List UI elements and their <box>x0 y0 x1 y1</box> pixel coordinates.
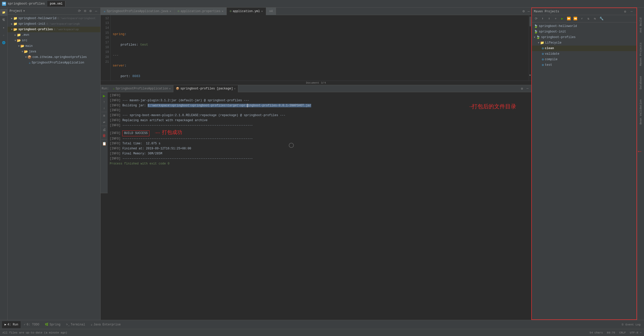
tab-springboot-app[interactable]: ☕ SpringbootProfilesApplication.java ✕ <box>101 8 175 15</box>
maven-run6-icon[interactable]: ⇆ <box>592 16 598 21</box>
run-down-btn[interactable]: ↓ <box>101 105 107 111</box>
scrollbar-thumb <box>530 16 531 26</box>
status-bar: All files are up-to-date (a minute ago) … <box>0 329 644 336</box>
tree-item-profiles[interactable]: ▼ 📂 springboot-profiles E:\workspace\sp <box>8 27 100 32</box>
run-line: [INFO] --- spring-boot-maven-plugin:2.1.… <box>110 113 529 118</box>
maven-item-validate[interactable]: ⚙ validate <box>532 51 636 57</box>
maven-item-clean[interactable]: ⚙ clean <box>532 46 636 51</box>
sidebar-web-icon[interactable]: 🌐 <box>0 39 7 46</box>
maven-run4-icon[interactable]: ⚡ <box>579 16 585 21</box>
tab-overflow[interactable]: ≡4 <box>266 8 276 15</box>
code-content[interactable]: spring: profiles: test --- server: port:… <box>111 15 531 81</box>
project-header-left: Project ▼ <box>10 9 25 13</box>
maven-run2-icon[interactable]: ⏩ <box>566 16 572 21</box>
run-console[interactable]: [INFO] [INFO] --- maven-jar-plugin:3.1.2… <box>108 92 531 167</box>
status-bar-right: 54 chars 89:76 CRLF UTF-8 ÷ <box>590 331 641 334</box>
run-play-btn[interactable]: ▶ <box>101 93 107 99</box>
sync-icon[interactable]: ⟳ <box>77 9 82 13</box>
maven-run5-icon[interactable]: ⇅ <box>586 16 591 21</box>
sidebar-favorites1-icon[interactable]: ★ <box>0 24 7 31</box>
editor-scrollbar[interactable]: ▼ <box>529 15 531 81</box>
run-settings-icon[interactable]: ⚙ <box>519 86 525 91</box>
maven-panel: Maven Projects ⚙ — ⟳ ⬇ ⬇ + ▶ ⏩ ⏪ ⚡ ⇅ ⇆ 🔧 <box>531 8 637 320</box>
editor-settings-icon[interactable]: ⚙ <box>521 9 526 13</box>
sidebar-label-antbuild[interactable]: Ant Build <box>639 18 642 32</box>
lifecycle-phase-icon: ⚙ <box>542 52 544 56</box>
tree-item-main[interactable]: ▼ 📂 main <box>8 43 100 49</box>
maven-download-icon[interactable]: ⬇ <box>546 16 552 21</box>
sidebar-label-bean[interactable]: Bean Validation <box>639 99 642 124</box>
tree-item-helloworld[interactable]: ▶ 📁 springboot-helloworld E:\workspace\s… <box>8 16 100 21</box>
tab-close-icon[interactable]: ✕ <box>222 10 223 13</box>
line-num: 19 <box>101 50 109 55</box>
run-lines2-btn[interactable]: ⇌ <box>101 119 107 125</box>
tab-app-properties[interactable]: ⚙ application.properties ✕ <box>175 8 227 15</box>
editor-close-icon[interactable]: — <box>526 9 531 13</box>
run-tab-package[interactable]: 📦 springboot-profiles [package] ✕ <box>173 85 238 92</box>
run-minimize-icon[interactable]: — <box>525 86 530 91</box>
settings-icon[interactable]: ⚙ <box>88 9 93 13</box>
maven-add-icon[interactable]: + <box>553 16 558 21</box>
maven-project-icon: 🍃 <box>536 35 540 39</box>
bottom-tab-label: Terminal <box>71 323 85 326</box>
bottom-event-log[interactable]: ① Event Log <box>620 323 642 326</box>
maven-run-icon[interactable]: ▶ <box>559 16 565 21</box>
maven-item-lifecycle[interactable]: ▼ 📁 Lifecycle <box>532 40 636 46</box>
close-panel-icon[interactable]: — <box>94 9 98 13</box>
tree-item-init[interactable]: ▶ 📁 springboot-init E:\workspace\springb <box>8 21 100 27</box>
sidebar-project-icon[interactable]: 📁 <box>0 9 7 16</box>
sidebar-label-maven[interactable]: Maven Projects <box>639 43 642 66</box>
tree-item-mvn[interactable]: ▶ 📁 .mvn <box>8 32 100 38</box>
maven-run3-icon[interactable]: ⏪ <box>573 16 578 21</box>
sidebar-favorites2-icon[interactable]: ☆ <box>0 31 7 39</box>
maven-item-profiles[interactable]: ▼ 🍃 springboot-profiles <box>532 35 636 40</box>
sidebar-structure-icon[interactable]: 🏗 <box>0 16 7 23</box>
tree-label: springboot-init <box>18 22 46 26</box>
tree-item-package[interactable]: ▼ 📦 com.itheima.springbootprofiles <box>8 54 100 60</box>
tree-item-src[interactable]: ▼ 📂 src <box>8 38 100 43</box>
maven-item-label: clean <box>545 47 554 50</box>
maven-settings-icon[interactable]: ⚙ <box>622 9 628 14</box>
scroll-down-btn[interactable]: ▼ <box>529 74 531 77</box>
folder-icon: 📁 <box>13 16 17 20</box>
run-toolbar: ▶ ↑ ↓ ≡ ⇌ 🖨 🗑 📋 <box>101 92 108 193</box>
title-tab-pom[interactable]: pom.xml <box>47 1 65 7</box>
project-dropdown-arrow[interactable]: ▼ <box>23 10 25 13</box>
maven-refresh-icon[interactable]: ⟳ <box>533 16 539 21</box>
sidebar-label-database[interactable]: Database <box>639 76 642 89</box>
maven-item-init[interactable]: 🍃 springboot-init <box>532 29 636 35</box>
run-toolbar-divider2 <box>101 126 107 126</box>
bottom-tab-spring[interactable]: 🌿 Spring <box>42 321 63 328</box>
run-tab-close[interactable]: ✕ <box>234 87 235 90</box>
maven-reimport-icon[interactable]: ⬇ <box>540 16 545 21</box>
tree-item-app-class[interactable]: ☕ SpringbootProfilesApplication <box>8 60 100 65</box>
run-up-btn[interactable]: ↑ <box>101 99 107 105</box>
tab-close-icon[interactable]: ✕ <box>261 10 263 13</box>
run-lines-btn[interactable]: ≡ <box>101 113 107 119</box>
bottom-tab-todo[interactable]: ✓ 6: TODO <box>21 321 42 328</box>
maven-item-helloworld[interactable]: 🍃 springboot-helloworld <box>532 23 636 29</box>
run-tab-icon: ☕ <box>113 87 115 90</box>
run-tab-close[interactable]: ✕ <box>169 87 171 90</box>
maven-item-compile[interactable]: ⚙ compile <box>532 57 636 62</box>
maven-wrench-icon[interactable]: 🔧 <box>599 16 604 21</box>
collapse-icon[interactable]: ⊟ <box>83 9 87 13</box>
tree-item-java[interactable]: ▼ 📂 java <box>8 49 100 54</box>
run-tab-app[interactable]: ☕ SpringbootProfilesApplication ✕ <box>110 85 174 92</box>
code-line-15: --- <box>113 53 529 58</box>
tab-app-yml[interactable]: ⚙ application.yml ✕ <box>227 8 266 15</box>
bottom-tab-terminal[interactable]: >_ Terminal <box>63 321 88 328</box>
arrow-icon: ▼ <box>538 42 539 44</box>
todo-icon: ✓ <box>24 323 25 326</box>
bottom-tab-bar: ▶ 4: Run ✓ 6: TODO 🌿 Spring >_ Terminal … <box>0 320 644 329</box>
tab-close-icon[interactable]: ✕ <box>170 10 171 13</box>
run-tab-label: SpringbootProfilesApplication <box>115 87 168 90</box>
yaml-file-icon: ⚙ <box>230 9 231 13</box>
run-print-btn[interactable]: 🖨 <box>101 127 107 132</box>
bottom-tab-run[interactable]: ▶ 4: Run <box>2 321 21 328</box>
run-trash-btn[interactable]: 🗑 <box>101 133 107 139</box>
maven-item-test[interactable]: ⚙ test <box>532 62 636 68</box>
maven-minimize-icon[interactable]: — <box>629 9 634 14</box>
run-list-btn[interactable]: 📋 <box>101 141 107 146</box>
bottom-tab-javaee[interactable]: ☕ Java Enterprise <box>88 321 123 328</box>
